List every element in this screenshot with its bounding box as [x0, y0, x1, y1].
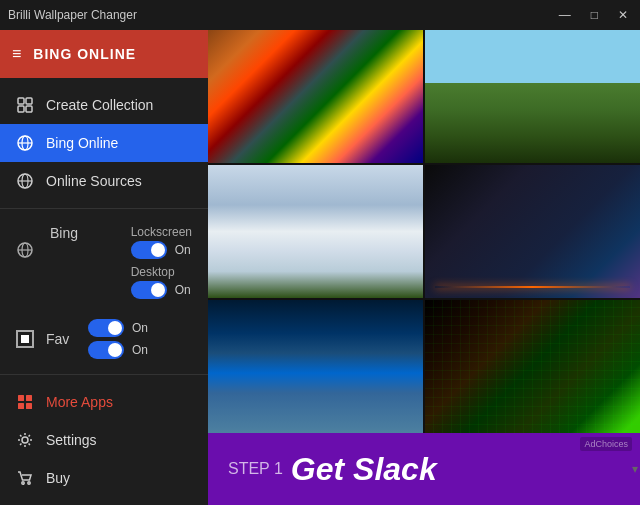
- buy-label: Buy: [46, 470, 70, 486]
- hamburger-icon[interactable]: ≡: [12, 45, 21, 63]
- desktop-toggle[interactable]: [131, 281, 167, 299]
- sidebar-title: BING ONLINE: [33, 46, 136, 62]
- grid-image-2: [425, 30, 640, 163]
- fav-toggle-row-1: On: [88, 319, 192, 337]
- desktop-toggle-row: On: [131, 281, 192, 299]
- main-content: STEP 1 Get Slack AdChoices ▾: [208, 30, 640, 505]
- sidebar-nav: Create Collection Bing Online Online Sou…: [0, 78, 208, 208]
- svg-rect-1: [26, 98, 32, 104]
- fav-toggle-row-2: On: [88, 341, 192, 359]
- desktop-label: Desktop: [131, 265, 192, 279]
- svg-point-20: [28, 482, 30, 484]
- svg-rect-0: [18, 98, 24, 104]
- ad-step-label: STEP 1: [228, 460, 283, 478]
- window-title: Brilli Wallpaper Changer: [8, 8, 137, 22]
- bing-icon: [16, 241, 34, 259]
- grid-image-5: [208, 300, 423, 433]
- fav-label: Fav: [46, 331, 76, 347]
- window-controls: — □ ✕: [555, 8, 632, 22]
- sidebar-item-buy[interactable]: Buy: [0, 459, 208, 497]
- image-grid: [208, 30, 640, 433]
- fav-toggle-1[interactable]: [88, 319, 124, 337]
- more-apps-icon: [16, 393, 34, 411]
- minimize-button[interactable]: —: [555, 8, 575, 22]
- sidebar-header: ≡ BING ONLINE: [0, 30, 208, 78]
- ad-banner: STEP 1 Get Slack AdChoices ▾: [208, 433, 640, 505]
- fav-section: Fav On On: [0, 311, 208, 367]
- app-body: ≡ BING ONLINE Create Collection Bing Onl…: [0, 30, 640, 505]
- svg-rect-3: [26, 106, 32, 112]
- scroll-indicator[interactable]: ▾: [632, 462, 638, 476]
- settings-icon: [16, 431, 34, 449]
- fav-toggle2-label: On: [132, 343, 148, 357]
- grid-image-3: [208, 165, 423, 298]
- sidebar-bottom: More Apps Settings Buy: [0, 374, 208, 505]
- online-sources-icon: [16, 172, 34, 190]
- more-apps-label: More Apps: [46, 394, 113, 410]
- svg-rect-16: [18, 403, 24, 409]
- fav-icon: [16, 330, 34, 348]
- sidebar-item-settings[interactable]: Settings: [0, 421, 208, 459]
- bing-online-icon: [16, 134, 34, 152]
- lockscreen-on-label: On: [175, 243, 191, 257]
- svg-rect-13: [21, 335, 29, 343]
- bing-label: Bing: [50, 225, 78, 241]
- svg-rect-17: [26, 403, 32, 409]
- bing-item: Bing Lockscreen On Desktop O: [0, 217, 208, 303]
- lockscreen-toggle[interactable]: [131, 241, 167, 259]
- grid-image-4: [425, 165, 640, 298]
- sidebar-item-label: Bing Online: [46, 135, 118, 151]
- fav-toggle1-label: On: [132, 321, 148, 335]
- create-collection-icon: [16, 96, 34, 114]
- title-bar: Brilli Wallpaper Changer — □ ✕: [0, 0, 640, 30]
- desktop-on-label: On: [175, 283, 191, 297]
- bing-section: Bing Lockscreen On Desktop O: [0, 208, 208, 311]
- maximize-button[interactable]: □: [587, 8, 602, 22]
- ad-title: Get Slack: [291, 451, 437, 488]
- grid-image-6: [425, 300, 640, 433]
- settings-label: Settings: [46, 432, 97, 448]
- svg-point-19: [22, 482, 24, 484]
- sidebar-item-more-apps[interactable]: More Apps: [0, 383, 208, 421]
- sidebar-item-label: Create Collection: [46, 97, 153, 113]
- fav-toggles: On On: [88, 319, 192, 359]
- grid-image-1: [208, 30, 423, 163]
- svg-rect-2: [18, 106, 24, 112]
- sidebar: ≡ BING ONLINE Create Collection Bing Onl…: [0, 30, 208, 505]
- fav-toggle-2[interactable]: [88, 341, 124, 359]
- sidebar-item-create-collection[interactable]: Create Collection: [0, 86, 208, 124]
- svg-rect-14: [18, 395, 24, 401]
- adchoices-label: AdChoices: [580, 437, 632, 451]
- sidebar-item-label: Online Sources: [46, 173, 142, 189]
- buy-icon: [16, 469, 34, 487]
- close-button[interactable]: ✕: [614, 8, 632, 22]
- sidebar-item-online-sources[interactable]: Online Sources: [0, 162, 208, 200]
- lockscreen-label: Lockscreen: [131, 225, 192, 239]
- lockscreen-toggle-row: On: [131, 241, 192, 259]
- svg-rect-15: [26, 395, 32, 401]
- svg-point-18: [22, 437, 28, 443]
- sidebar-item-bing-online[interactable]: Bing Online: [0, 124, 208, 162]
